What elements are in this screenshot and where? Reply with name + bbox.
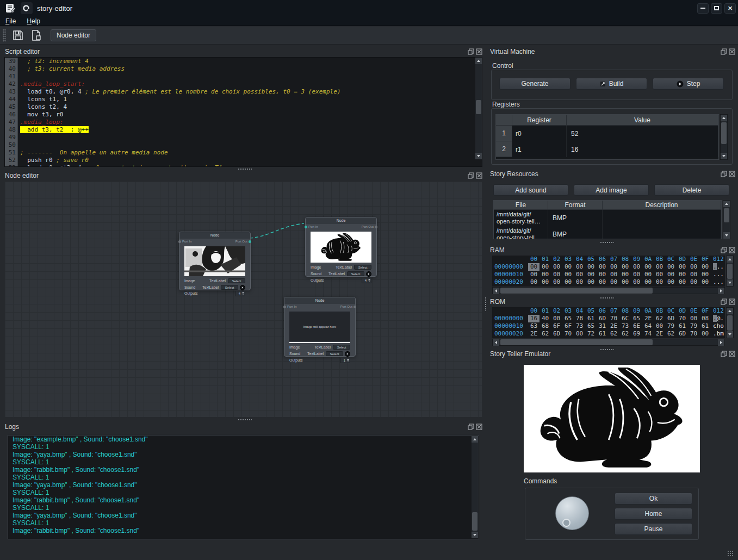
hex-byte[interactable]: 2E	[642, 315, 654, 322]
scroll-thumb[interactable]	[472, 512, 477, 531]
hex-byte[interactable]: 00	[562, 278, 574, 286]
column-splitter-handle[interactable]	[485, 297, 487, 311]
selection-knob[interactable]	[555, 496, 589, 530]
ram-hscrollbar[interactable]	[492, 287, 725, 294]
image-select-button[interactable]: Select	[354, 265, 371, 270]
outputs-spinner[interactable]: 1	[340, 358, 350, 363]
scroll-left-arrow[interactable]	[493, 339, 499, 346]
export-file-icon[interactable]	[30, 29, 43, 42]
hex-byte[interactable]: 00	[608, 271, 619, 278]
float-icon[interactable]	[721, 48, 727, 55]
hex-byte[interactable]: 6F	[551, 322, 562, 330]
resource-row[interactable]: /mnt/data/git/open-story-tellBMP	[494, 226, 721, 239]
code-line[interactable]: 41	[5, 73, 482, 80]
float-icon[interactable]	[721, 351, 727, 357]
hex-byte[interactable]: 79	[665, 322, 677, 330]
hex-byte[interactable]: 00	[597, 278, 608, 286]
hex-byte[interactable]: 00	[631, 278, 642, 286]
hex-byte[interactable]: 00	[562, 271, 574, 278]
maximize-button[interactable]	[711, 3, 722, 14]
scroll-right-arrow[interactable]	[718, 339, 724, 346]
hex-byte[interactable]: 73	[619, 322, 631, 330]
node-title[interactable]: Node	[306, 217, 376, 224]
hex-byte[interactable]: 00	[688, 271, 699, 278]
ram-vscrollbar[interactable]	[726, 256, 734, 287]
hex-byte[interactable]: 00	[631, 263, 642, 271]
scroll-thumb[interactable]	[500, 288, 653, 294]
script-scrollbar[interactable]	[475, 57, 482, 160]
hex-byte[interactable]: 61	[677, 322, 688, 330]
close-icon[interactable]	[729, 298, 735, 305]
code-line[interactable]: 45 lcons t2, 4	[5, 103, 482, 111]
format-column-header[interactable]: Format	[548, 201, 603, 210]
hex-byte[interactable]: 00	[539, 263, 551, 271]
hex-byte[interactable]: 6D	[597, 315, 608, 322]
hex-byte[interactable]: 61	[597, 330, 608, 338]
image-select-button[interactable]: Select	[333, 345, 350, 350]
hex-byte[interactable]: 69	[631, 330, 642, 338]
hex-byte[interactable]: 00	[551, 278, 562, 286]
hex-byte[interactable]: 00	[597, 263, 608, 271]
add-sound-button[interactable]: Add sound	[493, 184, 568, 196]
rom-hex-view[interactable]: 000102030405060708090A0B0C0D0E0F01200000…	[492, 307, 725, 338]
close-icon[interactable]	[729, 171, 735, 177]
close-button[interactable]: ✕	[724, 3, 736, 14]
port-in-dot[interactable]	[305, 226, 307, 228]
hex-byte[interactable]: 72	[585, 330, 597, 338]
close-icon[interactable]	[729, 351, 735, 357]
hex-byte[interactable]: 00	[608, 263, 619, 271]
play-sound-icon[interactable]	[345, 351, 350, 357]
code-line[interactable]: 40 ; t3: current media address	[5, 65, 482, 73]
value-column-header[interactable]: Value	[567, 115, 718, 126]
port-out-dot[interactable]	[249, 240, 251, 243]
delete-button[interactable]: Delete	[654, 184, 729, 196]
hex-byte[interactable]: 74	[642, 330, 654, 338]
scroll-thumb[interactable]	[727, 315, 733, 331]
float-icon[interactable]	[721, 171, 727, 177]
node-editor-toolbar-button[interactable]: Node editor	[51, 29, 96, 41]
hex-byte[interactable]: 00	[699, 278, 711, 286]
menu-file[interactable]: File	[0, 17, 21, 26]
outputs-spinner[interactable]: 4	[235, 291, 245, 296]
hex-byte[interactable]: 00	[654, 278, 665, 286]
hex-byte[interactable]: 6F	[562, 322, 574, 330]
hex-byte[interactable]: 00	[574, 330, 585, 338]
hex-byte[interactable]: 00	[528, 278, 539, 286]
toolbar-grip[interactable]	[3, 29, 6, 42]
scroll-up-arrow[interactable]	[727, 256, 733, 263]
port-out-dot[interactable]	[375, 226, 377, 228]
hex-byte[interactable]: 00	[688, 278, 699, 286]
hex-byte[interactable]: 00	[585, 271, 597, 278]
sound-select-button[interactable]: Select	[221, 285, 238, 290]
code-line[interactable]: 53 load r0, @t3, 4 ; r0 — content in ram…	[5, 164, 482, 167]
scroll-right-arrow[interactable]	[718, 288, 724, 294]
hex-row[interactable]: 000000202E626D70007261626269742E626D7000…	[492, 330, 725, 338]
hex-byte[interactable]: 00	[574, 278, 585, 286]
close-icon[interactable]	[476, 172, 482, 179]
register-name-cell[interactable]: r0	[512, 126, 567, 141]
hex-byte[interactable]: 40	[539, 315, 551, 322]
description-cell[interactable]	[603, 226, 721, 239]
outputs-spinner[interactable]: 4	[362, 278, 371, 283]
media-node-2[interactable]: Node Port In Port Out ImageTextLabelSele…	[305, 217, 377, 277]
hex-byte[interactable]: 00	[619, 263, 631, 271]
build-button[interactable]: Build	[576, 78, 647, 90]
code-line[interactable]: 47.media_loop:	[5, 119, 482, 126]
format-cell[interactable]: BMP	[548, 210, 603, 226]
scroll-thumb[interactable]	[724, 208, 729, 222]
register-column-header[interactable]: Register	[512, 115, 567, 126]
play-sound-icon[interactable]	[240, 285, 245, 290]
home-button[interactable]: Home	[615, 508, 692, 520]
hex-byte[interactable]: 65	[585, 322, 597, 330]
float-icon[interactable]	[721, 247, 727, 253]
hex-byte[interactable]: 00	[699, 263, 711, 271]
splitter-handle[interactable]	[600, 241, 614, 244]
hex-byte[interactable]: 6C	[619, 315, 631, 322]
hex-row[interactable]: 0000002000000000000000000000000000000000…	[492, 278, 725, 286]
hex-byte[interactable]: 00	[665, 263, 677, 271]
description-cell[interactable]	[603, 210, 721, 226]
code-editor[interactable]: 39 ; t2: increment 440 ; t3: current med…	[4, 57, 482, 167]
rom-hscrollbar[interactable]	[492, 339, 725, 346]
save-icon[interactable]	[11, 29, 24, 42]
hex-byte[interactable]: 00	[574, 271, 585, 278]
